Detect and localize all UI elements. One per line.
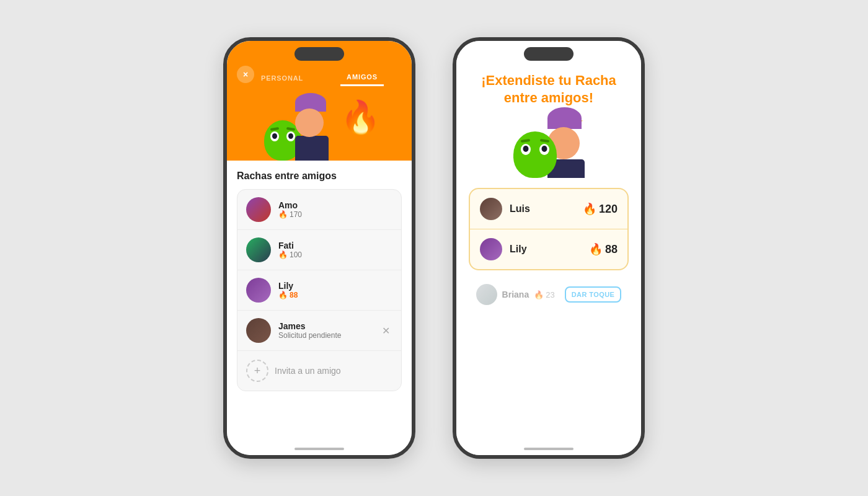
streak-count-luis: 120 bbox=[599, 203, 618, 216]
friend-info-lily: Lily 🔥 88 bbox=[278, 281, 392, 299]
celebration-title: ¡Extendiste tu Racha entre amigos! bbox=[481, 72, 616, 106]
duo-brow-left bbox=[270, 127, 279, 131]
briana-streak-count: 23 bbox=[546, 290, 554, 299]
invite-friend-item[interactable]: + Invita a un amigo bbox=[237, 351, 401, 391]
p2-purple-hair bbox=[547, 107, 582, 129]
friend-item-lily[interactable]: Lily 🔥 88 bbox=[237, 270, 401, 311]
streak-count-lily: 88 bbox=[290, 291, 298, 299]
phone-right: ¡Extendiste tu Racha entre amigos! ★ ✦ bbox=[453, 37, 645, 459]
friend-streak-lily: 🔥 88 bbox=[278, 291, 392, 299]
p2-duo-character bbox=[513, 131, 557, 178]
friend-status-james: Solicitud pendiente bbox=[278, 331, 379, 340]
avatar-amo bbox=[246, 197, 271, 222]
section-title: Rachas entre amigos bbox=[237, 170, 402, 182]
phone2-content: ¡Extendiste tu Racha entre amigos! ★ ✦ bbox=[456, 41, 641, 455]
friend-name-fati: Fati bbox=[278, 241, 392, 250]
streak-count-lily: 88 bbox=[605, 243, 618, 256]
purple-body-left bbox=[295, 136, 329, 161]
avatar-lily-p2 bbox=[480, 238, 502, 260]
friend-item-james[interactable]: James Solicitud pendiente ✕ bbox=[237, 311, 401, 351]
friend-name-lily: Lily bbox=[278, 281, 392, 291]
flame-banner-icon: 🔥 bbox=[340, 99, 381, 136]
dar-toque-button[interactable]: DAR TOQUE bbox=[565, 286, 622, 303]
dismiss-james-button[interactable]: ✕ bbox=[379, 322, 392, 339]
streak-count-amo: 170 bbox=[290, 210, 302, 219]
p2-brow-left bbox=[520, 139, 529, 143]
invite-label: Invita a un amigo bbox=[275, 366, 341, 376]
avatar-fati bbox=[246, 237, 271, 262]
phone-left: × PERSONAL AMIGOS bbox=[223, 37, 415, 459]
streak-count-fati: 100 bbox=[290, 250, 302, 259]
briana-streak-icon: 🔥 bbox=[534, 290, 544, 299]
duo-eye-right bbox=[286, 131, 295, 141]
friend-name-amo: Amo bbox=[278, 200, 392, 210]
score-row-lily: Lily 🔥 88 bbox=[470, 229, 627, 269]
briana-row: Briana 🔥 23 DAR TOQUE bbox=[472, 278, 626, 311]
streak-icon-fati: 🔥 bbox=[278, 250, 288, 259]
p2-pupil-right bbox=[541, 146, 547, 152]
phone-bar-right bbox=[524, 448, 574, 450]
invite-plus-icon: + bbox=[246, 360, 268, 382]
friend-item-fati[interactable]: Fati 🔥 100 bbox=[237, 230, 401, 270]
p2-eye-left bbox=[521, 144, 531, 155]
title-line2: entre amigos! bbox=[504, 90, 593, 105]
streak-icon-lily: 🔥 bbox=[278, 291, 288, 299]
phone1-content: Rachas entre amigos Amo 🔥 170 Fati bbox=[227, 161, 412, 455]
score-streak-lily: 🔥 88 bbox=[589, 242, 618, 256]
tab-bar: PERSONAL AMIGOS bbox=[227, 66, 412, 86]
duo-pupil-left bbox=[272, 133, 277, 139]
purple-face-left bbox=[295, 108, 324, 137]
tab-amigos[interactable]: AMIGOS bbox=[340, 71, 384, 86]
p2-pupil-left bbox=[523, 146, 528, 152]
avatar-james bbox=[246, 318, 271, 343]
friends-list: Amo 🔥 170 Fati 🔥 100 bbox=[237, 189, 402, 391]
score-streak-luis: 🔥 120 bbox=[583, 202, 618, 216]
briana-streak: 🔥 23 bbox=[534, 290, 554, 299]
p2-characters: ★ ✦ bbox=[513, 116, 585, 178]
close-button[interactable]: × bbox=[237, 66, 254, 83]
friend-info-amo: Amo 🔥 170 bbox=[278, 200, 392, 219]
avatar-lily bbox=[246, 278, 271, 303]
avatar-briana bbox=[476, 284, 497, 305]
flame-icon-lily: 🔥 bbox=[589, 242, 603, 256]
hero-banner: 🔥 bbox=[227, 86, 412, 161]
phone-bar-left bbox=[294, 448, 344, 450]
friend-info-james: James Solicitud pendiente bbox=[278, 321, 379, 340]
duo-eye-left bbox=[270, 131, 279, 141]
score-name-lily: Lily bbox=[510, 244, 589, 255]
friend-item-amo[interactable]: Amo 🔥 170 bbox=[237, 190, 401, 230]
friend-streak-fati: 🔥 100 bbox=[278, 250, 392, 259]
duo-brow-right bbox=[286, 127, 295, 131]
friend-info-fati: Fati 🔥 100 bbox=[278, 241, 392, 259]
friend-name-james: James bbox=[278, 321, 379, 331]
avatar-luis-p2 bbox=[480, 198, 502, 220]
score-name-luis: Luis bbox=[510, 203, 583, 215]
phone-notch-right bbox=[524, 47, 574, 61]
phone-notch-left bbox=[294, 47, 344, 61]
duo-pupil-right bbox=[288, 133, 293, 139]
friend-streak-amo: 🔥 170 bbox=[278, 210, 392, 219]
flame-icon-luis: 🔥 bbox=[583, 202, 596, 216]
tab-personal[interactable]: PERSONAL bbox=[255, 71, 309, 86]
score-row-luis: Luis 🔥 120 bbox=[470, 189, 627, 229]
score-card: Luis 🔥 120 Lily 🔥 88 bbox=[469, 188, 629, 270]
title-line1: ¡Extendiste tu Racha bbox=[481, 73, 616, 88]
p2-brow-right bbox=[539, 139, 549, 143]
briana-name: Briana bbox=[502, 290, 529, 299]
streak-icon-amo: 🔥 bbox=[278, 210, 288, 219]
p2-eye-right bbox=[539, 144, 549, 155]
purple-character-left bbox=[295, 90, 329, 161]
